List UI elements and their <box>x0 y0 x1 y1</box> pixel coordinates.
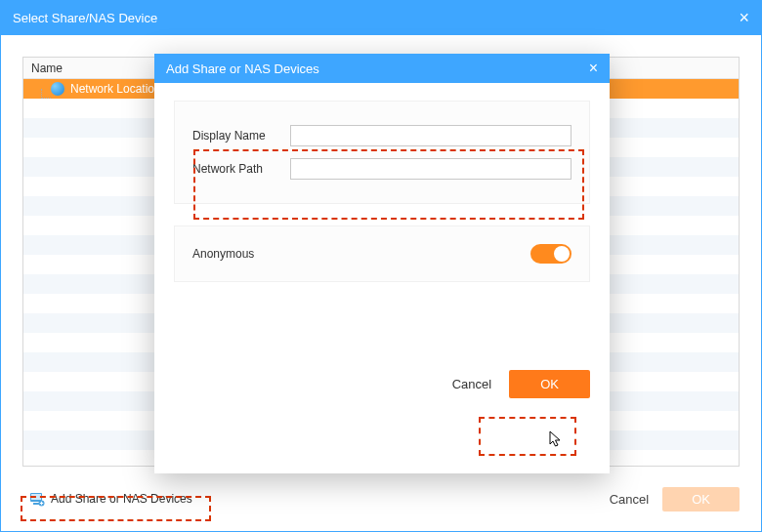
outer-ok-button[interactable]: OK <box>662 487 740 512</box>
anonymous-label: Anonymous <box>192 247 254 261</box>
modal-footer: Cancel OK <box>174 282 590 398</box>
network-path-input[interactable] <box>290 158 572 180</box>
modal-title: Add Share or NAS Devices <box>166 61 319 76</box>
tree-item-label: Network Location <box>70 82 161 96</box>
outer-close-button[interactable]: × <box>739 8 749 28</box>
tree-connector <box>41 89 51 99</box>
anonymous-card: Anonymous <box>174 225 590 282</box>
toggle-knob <box>554 246 570 262</box>
modal-titlebar: Add Share or NAS Devices × <box>154 54 610 83</box>
cursor-icon <box>549 430 563 448</box>
outer-bottom-bar: Add Share or NAS Devices Cancel OK <box>22 484 740 513</box>
network-path-row: Network Path <box>192 158 572 180</box>
svg-rect-1 <box>31 494 41 500</box>
outer-window-title: Select Share/NAS Device <box>13 11 157 25</box>
globe-icon <box>51 82 64 96</box>
highlight-ok-button <box>479 417 576 456</box>
display-name-row: Display Name <box>192 125 572 146</box>
svg-rect-2 <box>33 503 39 505</box>
outer-footer-buttons: Cancel OK <box>610 487 740 512</box>
modal-close-button[interactable]: × <box>589 60 598 77</box>
add-share-button[interactable]: Add Share or NAS Devices <box>22 487 199 511</box>
outer-cancel-button[interactable]: Cancel <box>610 492 649 507</box>
modal-body: Display Name Network Path Anonymous Canc… <box>154 83 610 473</box>
display-name-input[interactable] <box>290 125 572 146</box>
add-share-button-label: Add Share or NAS Devices <box>51 492 192 506</box>
display-name-label: Display Name <box>192 129 290 143</box>
modal-cancel-button[interactable]: Cancel <box>452 377 491 391</box>
tree-header-name: Name <box>31 61 63 75</box>
nas-computer-icon <box>29 491 45 507</box>
modal-ok-button[interactable]: OK <box>509 370 590 398</box>
network-path-label: Network Path <box>192 162 290 176</box>
anonymous-toggle[interactable] <box>530 244 572 264</box>
modal-ok-label: OK <box>540 377 559 391</box>
add-share-dialog: Add Share or NAS Devices × Display Name … <box>154 54 610 473</box>
form-card: Display Name Network Path <box>174 101 590 204</box>
outer-titlebar: Select Share/NAS Device × <box>1 1 761 35</box>
